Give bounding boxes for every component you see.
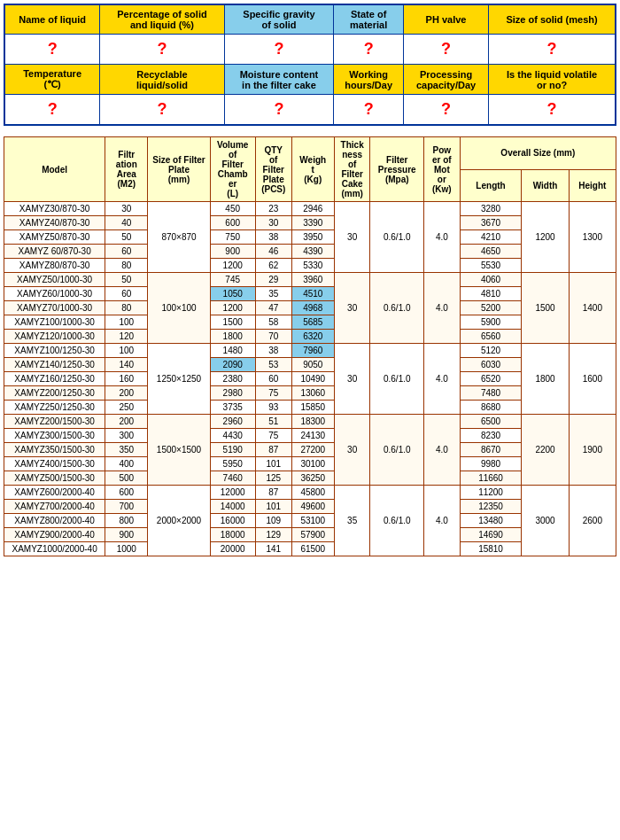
- cell-model: XAMYZ50/870-30: [4, 230, 105, 245]
- cell-area: 100: [105, 344, 148, 358]
- input-percentage[interactable]: ?: [100, 35, 224, 65]
- cell-height: 1300: [569, 202, 616, 273]
- input-requirements-table: Name of liquid Percentage of solidand li…: [4, 4, 616, 126]
- cell-weight: 4510: [291, 287, 334, 301]
- cell-length: 15810: [460, 542, 522, 556]
- cell-model: XAMYZ700/2000-40: [4, 500, 105, 514]
- input-solid-size[interactable]: ?: [489, 35, 616, 65]
- input-moisture[interactable]: ?: [224, 95, 334, 126]
- cell-qty: 29: [255, 273, 291, 287]
- cell-length: 12350: [460, 500, 522, 514]
- input-ph[interactable]: ?: [403, 35, 488, 65]
- cell-qty: 93: [255, 401, 291, 415]
- cell-volume: 3735: [210, 401, 255, 415]
- cell-volume: 750: [210, 230, 255, 245]
- cell-area: 80: [105, 259, 148, 273]
- cell-power: 4.0: [424, 202, 461, 273]
- cell-length: 6560: [460, 330, 522, 344]
- cell-model: XAMYZ80/870-30: [4, 259, 105, 273]
- cell-length: 5120: [460, 344, 522, 358]
- cell-length: 8680: [460, 401, 522, 415]
- cell-pressure: 0.6/1.0: [370, 486, 424, 556]
- cell-model: XAMYZ30/870-30: [4, 202, 105, 216]
- cell-model: XAMYZ60/1000-30: [4, 287, 105, 301]
- cell-weight: 61500: [291, 542, 334, 556]
- cell-height: 1900: [569, 415, 616, 486]
- cell-power: 4.0: [424, 415, 461, 486]
- cell-plate-size: 100×100: [148, 273, 210, 344]
- filter-press-model-table: Model FiltrationArea(M2) Size of FilterP…: [4, 136, 616, 556]
- cell-qty: 46: [255, 245, 291, 259]
- col-size-of-solid: Size of solid (mesh): [489, 4, 616, 35]
- cell-height: 1600: [569, 344, 616, 415]
- th-overall-size: Overall Size (mm): [460, 137, 616, 170]
- cell-thickness: 30: [334, 202, 370, 273]
- cell-volume: 14000: [210, 500, 255, 514]
- input-working-hours[interactable]: ?: [334, 95, 404, 126]
- cell-pressure: 0.6/1.0: [370, 344, 424, 415]
- cell-qty: 101: [255, 457, 291, 471]
- cell-weight: 6320: [291, 330, 334, 344]
- col-percentage: Percentage of solidand liquid (%): [100, 4, 224, 35]
- cell-weight: 2946: [291, 202, 334, 216]
- cell-length: 14690: [460, 528, 522, 542]
- cell-volume: 12000: [210, 486, 255, 500]
- th-width: Width: [522, 169, 569, 202]
- cell-area: 350: [105, 443, 148, 457]
- input-volatile[interactable]: ?: [489, 95, 616, 126]
- cell-area: 30: [105, 202, 148, 216]
- cell-area: 80: [105, 301, 148, 315]
- cell-model: XAMYZ400/1500-30: [4, 457, 105, 471]
- cell-qty: 129: [255, 528, 291, 542]
- cell-volume: 1800: [210, 330, 255, 344]
- cell-length: 7480: [460, 386, 522, 401]
- cell-qty: 109: [255, 514, 291, 528]
- col-ph-valve: PH valve: [403, 4, 488, 35]
- cell-volume: 2090: [210, 358, 255, 372]
- input-temperature[interactable]: ?: [4, 95, 100, 126]
- cell-weight: 3960: [291, 273, 334, 287]
- cell-model: XAMYZ200/1500-30: [4, 415, 105, 429]
- th-filter-plate-size: Size of FilterPlate(mm): [148, 137, 210, 202]
- cell-plate-size: 1500×1500: [148, 415, 210, 486]
- cell-volume: 1200: [210, 259, 255, 273]
- input-capacity[interactable]: ?: [403, 95, 488, 126]
- cell-length: 11200: [460, 486, 522, 500]
- cell-area: 60: [105, 245, 148, 259]
- input-state[interactable]: ?: [334, 35, 404, 65]
- cell-area: 800: [105, 514, 148, 528]
- cell-model: XAMYZ 60/870-30: [4, 245, 105, 259]
- cell-qty: 75: [255, 429, 291, 443]
- cell-model: XAMYZ300/1500-30: [4, 429, 105, 443]
- cell-weight: 45800: [291, 486, 334, 500]
- col-moisture: Moisture contentin the filter cake: [224, 65, 334, 95]
- cell-length: 4210: [460, 230, 522, 245]
- cell-height: 1400: [569, 273, 616, 344]
- cell-volume: 7460: [210, 471, 255, 486]
- col-state-of-material: State ofmaterial: [334, 4, 404, 35]
- cell-power: 4.0: [424, 273, 461, 344]
- input-liquid-name[interactable]: ?: [4, 35, 100, 65]
- cell-area: 140: [105, 358, 148, 372]
- cell-qty: 51: [255, 415, 291, 429]
- cell-weight: 7960: [291, 344, 334, 358]
- cell-length: 11660: [460, 471, 522, 486]
- cell-model: XAMYZ160/1250-30: [4, 372, 105, 386]
- cell-model: XAMYZ1000/2000-40: [4, 542, 105, 556]
- cell-volume: 600: [210, 216, 255, 230]
- col-processing: Processingcapacity/Day: [403, 65, 488, 95]
- cell-area: 100: [105, 315, 148, 330]
- input-specific-gravity[interactable]: ?: [224, 35, 334, 65]
- cell-qty: 23: [255, 202, 291, 216]
- cell-qty: 53: [255, 358, 291, 372]
- cell-area: 250: [105, 401, 148, 415]
- cell-area: 50: [105, 230, 148, 245]
- cell-qty: 38: [255, 344, 291, 358]
- cell-length: 5200: [460, 301, 522, 315]
- cell-power: 4.0: [424, 486, 461, 556]
- cell-power: 4.0: [424, 344, 461, 415]
- cell-weight: 49600: [291, 500, 334, 514]
- cell-area: 1000: [105, 542, 148, 556]
- input-recyclable[interactable]: ?: [100, 95, 224, 126]
- cell-volume: 900: [210, 245, 255, 259]
